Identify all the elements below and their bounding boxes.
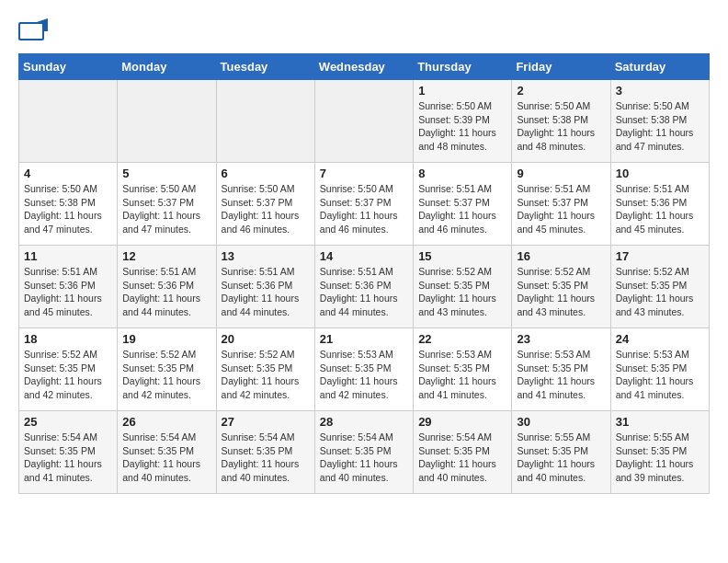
day-number: 14 [320,249,408,263]
calendar-cell: 7Sunrise: 5:50 AM Sunset: 5:37 PM Daylig… [314,163,413,246]
day-number: 28 [320,415,408,429]
page-header [18,18,710,44]
day-number: 22 [418,332,506,346]
calendar-cell: 11Sunrise: 5:51 AM Sunset: 5:36 PM Dayli… [19,246,118,328]
day-info: Sunrise: 5:54 AM Sunset: 5:35 PM Dayligh… [122,431,210,485]
calendar-cell: 2Sunrise: 5:50 AM Sunset: 5:38 PM Daylig… [512,80,610,163]
calendar-cell: 13Sunrise: 5:51 AM Sunset: 5:36 PM Dayli… [216,246,314,328]
calendar-cell: 23Sunrise: 5:53 AM Sunset: 5:35 PM Dayli… [512,328,610,411]
day-number: 2 [517,84,605,98]
day-info: Sunrise: 5:50 AM Sunset: 5:39 PM Dayligh… [418,99,506,154]
day-number: 12 [122,249,210,263]
calendar-cell: 30Sunrise: 5:55 AM Sunset: 5:35 PM Dayli… [512,411,610,494]
calendar-table: SundayMondayTuesdayWednesdayThursdayFrid… [18,53,710,494]
day-number: 1 [418,84,506,98]
day-info: Sunrise: 5:53 AM Sunset: 5:35 PM Dayligh… [418,348,506,402]
calendar-cell: 6Sunrise: 5:50 AM Sunset: 5:37 PM Daylig… [216,163,314,246]
day-info: Sunrise: 5:54 AM Sunset: 5:35 PM Dayligh… [320,431,408,485]
calendar-cell: 8Sunrise: 5:51 AM Sunset: 5:37 PM Daylig… [414,163,512,246]
calendar-cell: 24Sunrise: 5:53 AM Sunset: 5:35 PM Dayli… [610,328,709,411]
day-info: Sunrise: 5:52 AM Sunset: 5:35 PM Dayligh… [222,348,310,402]
weekday-header: Tuesday [216,54,314,80]
weekday-header: Saturday [610,54,709,80]
weekday-header: Friday [512,54,610,80]
day-number: 25 [24,415,112,429]
day-number: 31 [616,415,704,429]
calendar-cell: 25Sunrise: 5:54 AM Sunset: 5:35 PM Dayli… [19,411,118,494]
calendar-cell: 27Sunrise: 5:54 AM Sunset: 5:35 PM Dayli… [216,411,314,494]
day-info: Sunrise: 5:51 AM Sunset: 5:36 PM Dayligh… [122,265,210,319]
day-number: 4 [24,167,112,180]
weekday-header-row: SundayMondayTuesdayWednesdayThursdayFrid… [19,54,710,80]
calendar-cell: 9Sunrise: 5:51 AM Sunset: 5:37 PM Daylig… [512,163,610,246]
calendar-cell: 29Sunrise: 5:54 AM Sunset: 5:35 PM Dayli… [414,411,512,494]
day-info: Sunrise: 5:51 AM Sunset: 5:36 PM Dayligh… [616,182,704,236]
calendar-cell [118,80,216,163]
day-info: Sunrise: 5:50 AM Sunset: 5:38 PM Dayligh… [616,99,704,154]
weekday-header: Monday [118,54,216,80]
day-number: 3 [616,84,704,98]
day-number: 30 [517,415,605,429]
day-info: Sunrise: 5:53 AM Sunset: 5:35 PM Dayligh… [616,348,704,402]
day-info: Sunrise: 5:50 AM Sunset: 5:38 PM Dayligh… [24,182,112,236]
day-info: Sunrise: 5:55 AM Sunset: 5:35 PM Dayligh… [517,431,605,485]
day-number: 13 [222,249,310,263]
calendar-cell: 28Sunrise: 5:54 AM Sunset: 5:35 PM Dayli… [314,411,413,494]
calendar-cell: 3Sunrise: 5:50 AM Sunset: 5:38 PM Daylig… [610,80,709,163]
day-number: 27 [222,415,310,429]
day-number: 23 [517,332,605,346]
day-info: Sunrise: 5:52 AM Sunset: 5:35 PM Dayligh… [122,348,210,402]
day-info: Sunrise: 5:54 AM Sunset: 5:35 PM Dayligh… [418,431,506,485]
day-info: Sunrise: 5:51 AM Sunset: 5:36 PM Dayligh… [320,265,408,319]
logo-icon [18,18,48,44]
day-number: 18 [24,332,112,346]
day-number: 19 [122,332,210,346]
day-info: Sunrise: 5:52 AM Sunset: 5:35 PM Dayligh… [418,265,506,319]
day-number: 21 [320,332,408,346]
day-info: Sunrise: 5:52 AM Sunset: 5:35 PM Dayligh… [24,348,112,402]
day-number: 29 [418,415,506,429]
day-info: Sunrise: 5:50 AM Sunset: 5:37 PM Dayligh… [320,182,408,236]
calendar-cell: 12Sunrise: 5:51 AM Sunset: 5:36 PM Dayli… [118,246,216,328]
weekday-header: Sunday [19,54,118,80]
day-number: 15 [418,249,506,263]
day-number: 16 [517,249,605,263]
day-number: 24 [616,332,704,346]
day-info: Sunrise: 5:51 AM Sunset: 5:36 PM Dayligh… [222,265,310,319]
day-number: 8 [418,167,506,180]
weekday-header: Wednesday [314,54,413,80]
day-number: 26 [122,415,210,429]
calendar-cell: 16Sunrise: 5:52 AM Sunset: 5:35 PM Dayli… [512,246,610,328]
day-info: Sunrise: 5:54 AM Sunset: 5:35 PM Dayligh… [24,431,112,485]
day-info: Sunrise: 5:51 AM Sunset: 5:37 PM Dayligh… [418,182,506,236]
day-info: Sunrise: 5:54 AM Sunset: 5:35 PM Dayligh… [222,431,310,485]
calendar-cell [19,80,118,163]
day-info: Sunrise: 5:52 AM Sunset: 5:35 PM Dayligh… [517,265,605,319]
day-number: 17 [616,249,704,263]
day-info: Sunrise: 5:53 AM Sunset: 5:35 PM Dayligh… [517,348,605,402]
calendar-cell: 18Sunrise: 5:52 AM Sunset: 5:35 PM Dayli… [19,328,118,411]
logo [18,18,51,44]
calendar-cell: 19Sunrise: 5:52 AM Sunset: 5:35 PM Dayli… [118,328,216,411]
calendar-week-row: 4Sunrise: 5:50 AM Sunset: 5:38 PM Daylig… [19,163,710,246]
day-info: Sunrise: 5:52 AM Sunset: 5:35 PM Dayligh… [616,265,704,319]
calendar-cell: 4Sunrise: 5:50 AM Sunset: 5:38 PM Daylig… [19,163,118,246]
day-number: 20 [222,332,310,346]
calendar-week-row: 18Sunrise: 5:52 AM Sunset: 5:35 PM Dayli… [19,328,710,411]
day-number: 9 [517,167,605,180]
svg-rect-2 [20,24,42,39]
calendar-cell: 5Sunrise: 5:50 AM Sunset: 5:37 PM Daylig… [118,163,216,246]
calendar-cell [314,80,413,163]
day-info: Sunrise: 5:50 AM Sunset: 5:37 PM Dayligh… [222,182,310,236]
day-info: Sunrise: 5:55 AM Sunset: 5:35 PM Dayligh… [616,431,704,485]
calendar-cell: 10Sunrise: 5:51 AM Sunset: 5:36 PM Dayli… [610,163,709,246]
calendar-week-row: 11Sunrise: 5:51 AM Sunset: 5:36 PM Dayli… [19,246,710,328]
calendar-cell: 14Sunrise: 5:51 AM Sunset: 5:36 PM Dayli… [314,246,413,328]
calendar-cell [216,80,314,163]
day-number: 6 [222,167,310,180]
day-info: Sunrise: 5:53 AM Sunset: 5:35 PM Dayligh… [320,348,408,402]
calendar-cell: 31Sunrise: 5:55 AM Sunset: 5:35 PM Dayli… [610,411,709,494]
day-info: Sunrise: 5:51 AM Sunset: 5:37 PM Dayligh… [517,182,605,236]
day-number: 5 [122,167,210,180]
day-number: 10 [616,167,704,180]
